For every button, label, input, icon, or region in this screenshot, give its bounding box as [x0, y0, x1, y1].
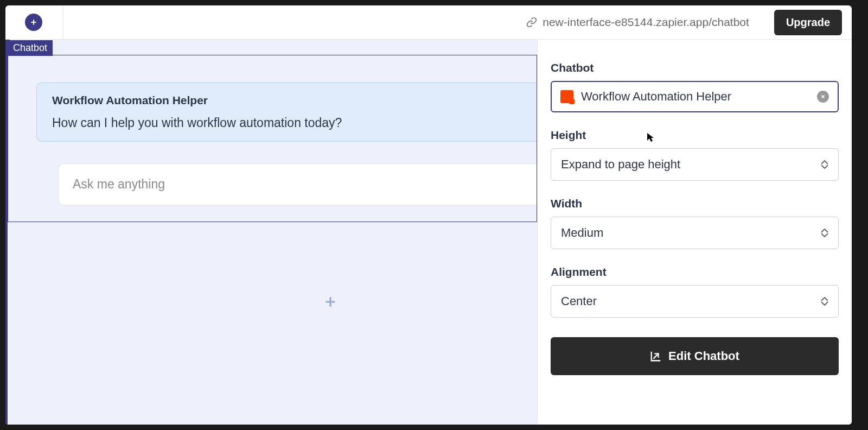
height-select[interactable]: Expand to page height: [551, 148, 839, 181]
plus-icon: [29, 18, 38, 27]
body-row: Chatbot Workflow Automation Helper How c…: [5, 40, 852, 425]
height-field: Height Expand to page height: [551, 129, 839, 181]
canvas[interactable]: Chatbot Workflow Automation Helper How c…: [5, 40, 537, 425]
ask-input[interactable]: Ask me anything: [58, 163, 537, 205]
window-frame: new-interface-e85144.zapier.app/chatbot …: [0, 0, 868, 430]
divider: [63, 5, 63, 40]
edit-chatbot-label: Edit Chatbot: [668, 349, 739, 363]
chatbot-field-label: Chatbot: [551, 61, 839, 74]
width-field: Width Medium: [551, 197, 839, 249]
width-field-label: Width: [551, 197, 839, 210]
chatbot-block[interactable]: Chatbot Workflow Automation Helper How c…: [8, 55, 537, 222]
width-select-value: Medium: [561, 226, 603, 240]
link-icon: [526, 17, 537, 28]
clear-chatbot-button[interactable]: [817, 91, 829, 103]
chevron-updown-icon: [821, 160, 828, 169]
plus-icon: [322, 294, 339, 310]
edit-chatbot-button[interactable]: Edit Chatbot: [551, 337, 839, 375]
alignment-select-value: Center: [561, 294, 597, 308]
width-select[interactable]: Medium: [551, 217, 839, 249]
height-field-label: Height: [551, 129, 839, 142]
add-block-button[interactable]: [322, 294, 339, 312]
chat-title: Workflow Automation Helper: [52, 94, 521, 107]
sidepanel: Chatbot Workflow Automation Helper Heigh…: [537, 40, 852, 425]
alignment-select[interactable]: Center: [551, 285, 839, 318]
block-tag: Chatbot: [8, 40, 53, 56]
height-select-value: Expand to page height: [561, 157, 680, 172]
page-url[interactable]: new-interface-e85144.zapier.app/chatbot: [526, 16, 749, 29]
chevron-updown-icon: [821, 297, 828, 306]
chatbot-app-icon: [560, 90, 573, 103]
close-icon: [820, 94, 826, 99]
chat-message-card: Workflow Automation Helper How can I hel…: [36, 83, 537, 142]
upgrade-button[interactable]: Upgrade: [774, 10, 842, 35]
topbar: new-interface-e85144.zapier.app/chatbot …: [5, 5, 852, 40]
chevron-updown-icon: [821, 229, 828, 237]
chatbot-select[interactable]: Workflow Automation Helper: [551, 81, 839, 112]
chat-greeting: How can I help you with workflow automat…: [52, 116, 521, 130]
alignment-field: Alignment Center: [551, 265, 839, 318]
chatbot-select-value: Workflow Automation Helper: [581, 90, 809, 104]
cursor-icon: [647, 132, 654, 144]
add-page-button[interactable]: [25, 14, 42, 31]
page-url-text: new-interface-e85144.zapier.app/chatbot: [542, 16, 749, 29]
app-root: new-interface-e85144.zapier.app/chatbot …: [5, 5, 852, 425]
ask-input-placeholder: Ask me anything: [73, 177, 522, 192]
alignment-field-label: Alignment: [551, 265, 839, 279]
external-link-icon: [650, 350, 662, 362]
chatbot-field: Chatbot Workflow Automation Helper: [551, 61, 839, 112]
